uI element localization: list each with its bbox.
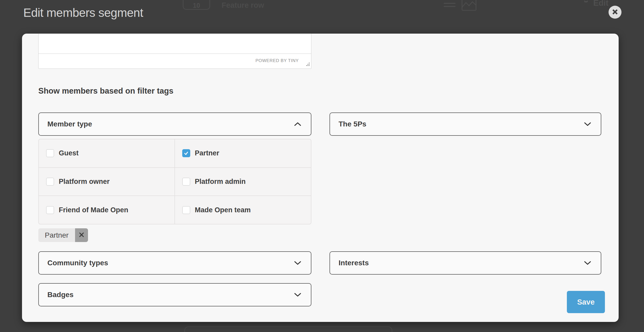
chevron-up-icon <box>294 122 302 126</box>
dropdown-label: Community types <box>39 259 108 267</box>
modal-title: Edit members segment <box>23 6 143 20</box>
checkbox-friend-of-made-open[interactable] <box>46 206 54 214</box>
option-partner: Partner <box>175 139 311 167</box>
chevron-down-icon <box>294 292 302 297</box>
dropdown-label: Interests <box>330 259 369 267</box>
filter-dropdown-member-type[interactable]: Member type <box>38 112 311 136</box>
filter-dropdown-community-types[interactable]: Community types <box>38 251 311 275</box>
checkbox-label: Platform admin <box>195 178 246 186</box>
editor-content-area[interactable] <box>39 34 311 54</box>
background-content-block <box>184 326 392 332</box>
save-button[interactable]: Save <box>567 291 605 313</box>
image-placeholder-icon <box>462 0 477 12</box>
dropdown-label: Badges <box>39 291 74 299</box>
checkbox-partner[interactable] <box>182 149 190 157</box>
checkbox-label: Partner <box>195 149 219 157</box>
edit-members-segment-modal: POWERED BY TINY Show members based on fi… <box>22 34 619 322</box>
rich-text-editor: POWERED BY TINY <box>38 34 311 69</box>
editor-resize-handle[interactable] <box>306 62 310 67</box>
close-icon <box>612 9 618 16</box>
checkbox-platform-owner[interactable] <box>46 178 54 186</box>
checkbox-label: Friend of Made Open <box>59 206 128 214</box>
filter-dropdown-the-5ps[interactable]: The 5Ps <box>330 112 601 136</box>
checkbox-label: Guest <box>59 149 79 157</box>
dropdown-label: The 5Ps <box>330 120 366 128</box>
close-icon <box>79 232 84 238</box>
selected-tag-partner: Partner <box>38 228 88 242</box>
option-row: Friend of Made Open Made Open team <box>39 196 311 224</box>
member-type-options-grid: Guest Partner Platform owner Platform <box>38 139 311 224</box>
option-made-open-team: Made Open team <box>175 196 311 224</box>
chevron-down-icon <box>294 261 302 265</box>
option-row: Platform owner Platform admin <box>39 168 311 196</box>
checkbox-label: Platform owner <box>59 178 110 186</box>
checkbox-made-open-team[interactable] <box>182 206 190 214</box>
tag-label: Partner <box>38 228 75 242</box>
checkbox-guest[interactable] <box>46 149 54 157</box>
option-platform-owner: Platform owner <box>39 168 175 196</box>
remove-tag-button[interactable] <box>75 228 88 242</box>
filter-section-heading: Show members based on filter tags <box>38 86 173 96</box>
edit-pencil-icon <box>581 0 591 8</box>
chevron-down-icon <box>584 261 591 265</box>
chevron-down-icon <box>584 122 591 126</box>
drag-handle-icon <box>444 3 456 7</box>
option-platform-admin: Platform admin <box>175 168 311 196</box>
option-guest: Guest <box>39 139 175 167</box>
modal-close-button[interactable] <box>609 6 621 19</box>
checkbox-label: Made Open team <box>195 206 251 214</box>
filter-dropdown-badges[interactable]: Badges <box>38 283 311 306</box>
option-friend-of-made-open: Friend of Made Open <box>39 196 175 224</box>
option-row: Guest Partner <box>39 139 311 168</box>
powered-by-tiny-link[interactable]: POWERED BY TINY <box>255 54 299 68</box>
dropdown-label: Member type <box>39 120 92 128</box>
filter-dropdown-interests[interactable]: Interests <box>330 251 601 275</box>
background-numbered-block: 10 <box>183 0 210 10</box>
background-feature-row-label: Feature row <box>222 1 264 10</box>
checkbox-platform-admin[interactable] <box>182 178 190 186</box>
editor-status-bar: POWERED BY TINY <box>39 54 311 69</box>
background-edit-label: Edit <box>581 0 609 8</box>
